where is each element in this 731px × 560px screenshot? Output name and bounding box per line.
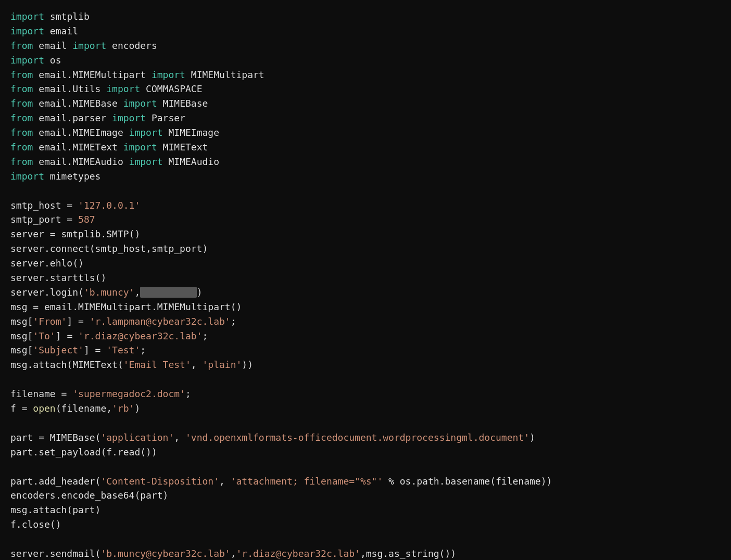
line-10: from email.MIMEText import MIMEText bbox=[10, 142, 208, 152]
blank-line-3 bbox=[10, 417, 16, 428]
keyword-import: import bbox=[72, 40, 106, 51]
keyword-from: from bbox=[10, 69, 33, 80]
string-literal: 'r.diaz@cybear32c.lab' bbox=[78, 330, 202, 341]
line-25: filename = 'supermegadoc2.docm'; bbox=[10, 388, 191, 399]
code-block: import smtplib import email from email i… bbox=[10, 9, 721, 560]
line-31: msg.attach(part) bbox=[10, 504, 100, 515]
number-literal: 587 bbox=[78, 214, 95, 225]
line-19: server.login('b.muncy', ) bbox=[10, 287, 203, 298]
line-21: msg['From'] = 'r.lampman@cybear32c.lab'; bbox=[10, 316, 236, 327]
redacted-password bbox=[140, 287, 196, 298]
keyword-import: import bbox=[152, 69, 185, 80]
builtin-open: open bbox=[33, 403, 55, 414]
line-8: from email.parser import Parser bbox=[10, 112, 185, 123]
string-literal: 'Test' bbox=[106, 345, 140, 355]
blank-line-5 bbox=[10, 533, 16, 544]
string-literal: 'vnd.openxmlformats-officedocument.wordp… bbox=[185, 432, 530, 443]
line-13: smtp_host = '127.0.0.1' bbox=[10, 200, 140, 211]
line-11: from email.MIMEAudio import MIMEAudio bbox=[10, 156, 219, 167]
keyword-import: import bbox=[129, 127, 163, 138]
line-28: part.set_payload(f.read()) bbox=[10, 447, 157, 457]
blank-line-1 bbox=[10, 185, 16, 196]
keyword-import: import bbox=[112, 112, 146, 123]
line-17: server.ehlo() bbox=[10, 258, 84, 269]
keyword-import: import bbox=[106, 83, 140, 94]
string-literal: 'From' bbox=[33, 316, 67, 327]
keyword-from: from bbox=[10, 127, 33, 138]
blank-line-4 bbox=[10, 461, 16, 472]
line-24: msg.attach(MIMEText('Email Test', 'plain… bbox=[10, 359, 253, 370]
line-32: f.close() bbox=[10, 519, 61, 530]
line-14: smtp_port = 587 bbox=[10, 214, 95, 225]
line-12: import mimetypes bbox=[10, 171, 100, 182]
line-3: from email import encoders bbox=[10, 40, 157, 51]
keyword-import: import bbox=[129, 156, 163, 167]
string-literal: 'supermegadoc2.docm' bbox=[72, 388, 185, 399]
keyword-import: import bbox=[10, 11, 44, 22]
line-33: server.sendmail('b.muncy@cybear32c.lab',… bbox=[10, 548, 456, 559]
line-2: import email bbox=[10, 26, 78, 36]
line-20: msg = email.MIMEMultipart.MIMEMultipart(… bbox=[10, 301, 242, 312]
line-4: import os bbox=[10, 55, 61, 66]
keyword-import: import bbox=[10, 171, 44, 182]
string-literal: 'r.lampman@cybear32c.lab' bbox=[90, 316, 231, 327]
keyword-from: from bbox=[10, 142, 33, 152]
string-literal: 'Email Test' bbox=[123, 359, 191, 370]
string-literal: 'plain' bbox=[202, 359, 242, 370]
line-9: from email.MIMEImage import MIMEImage bbox=[10, 127, 219, 138]
line-30: encoders.encode_base64(part) bbox=[10, 490, 168, 501]
string-literal: 'Subject' bbox=[33, 345, 84, 355]
line-29: part.add_header('Content-Disposition', '… bbox=[10, 476, 552, 487]
keyword-from: from bbox=[10, 98, 33, 109]
line-5: from email.MIMEMultipart import MIMEMult… bbox=[10, 69, 264, 80]
string-literal: 'To' bbox=[33, 330, 55, 341]
keyword-import: import bbox=[123, 142, 157, 152]
line-7: from email.MIMEBase import MIMEBase bbox=[10, 98, 208, 109]
line-22: msg['To'] = 'r.diaz@cybear32c.lab'; bbox=[10, 330, 208, 341]
string-literal: 'r.diaz@cybear32c.lab' bbox=[236, 548, 360, 559]
line-16: server.connect(smtp_host,smtp_port) bbox=[10, 243, 208, 254]
string-literal: 'b.muncy@cybear32c.lab' bbox=[100, 548, 230, 559]
line-6: from email.Utils import COMMASPACE bbox=[10, 83, 203, 94]
line-15: server = smtplib.SMTP() bbox=[10, 228, 140, 239]
line-18: server.starttls() bbox=[10, 272, 106, 283]
string-literal: 'Content-Disposition' bbox=[100, 476, 219, 487]
string-literal: 'rb' bbox=[112, 403, 134, 414]
keyword-from: from bbox=[10, 112, 33, 123]
string-literal: 'application' bbox=[100, 432, 174, 443]
keyword-from: from bbox=[10, 83, 33, 94]
string-literal: '127.0.0.1' bbox=[78, 200, 140, 211]
keyword-import: import bbox=[10, 55, 44, 66]
line-26: f = open(filename,'rb') bbox=[10, 403, 140, 414]
line-1: import smtplib bbox=[10, 11, 90, 22]
keyword-import: import bbox=[10, 26, 44, 36]
keyword-from: from bbox=[10, 40, 33, 51]
string-literal: 'b.muncy' bbox=[84, 287, 135, 298]
line-27: part = MIMEBase('application', 'vnd.open… bbox=[10, 432, 535, 443]
line-23: msg['Subject'] = 'Test'; bbox=[10, 345, 146, 355]
keyword-from: from bbox=[10, 156, 33, 167]
blank-line-2 bbox=[10, 374, 16, 385]
keyword-import: import bbox=[123, 98, 157, 109]
string-literal: 'attachment; filename="%s"' bbox=[231, 476, 383, 487]
